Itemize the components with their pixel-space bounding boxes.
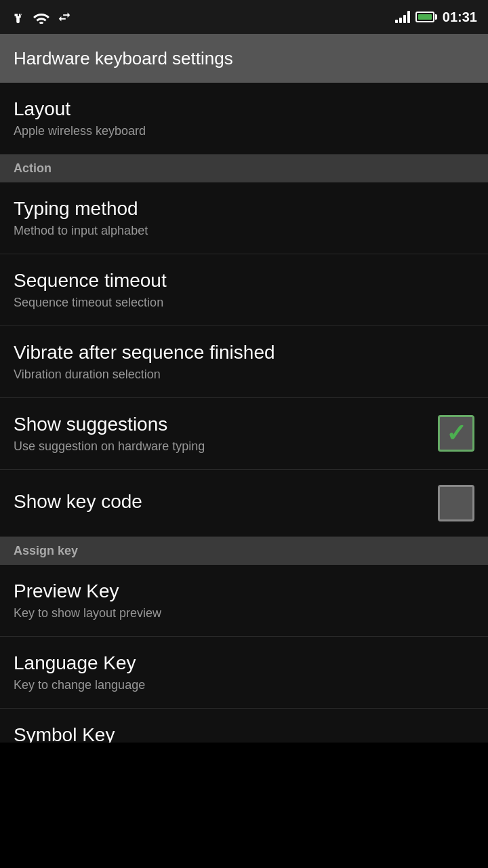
language-key-subtitle: Key to change language <box>14 677 474 693</box>
assign-key-section-label: Assign key <box>14 544 78 557</box>
show-suggestions-subtitle: Use suggestion on hardware typing <box>14 439 427 454</box>
typing-method-text: Typing method Method to input alphabet <box>14 197 474 239</box>
layout-item-title: Layout <box>14 98 474 121</box>
action-section-divider: Action <box>0 155 488 182</box>
typing-method-title: Typing method <box>14 197 474 220</box>
vibrate-item[interactable]: Vibrate after sequence finished Vibratio… <box>0 326 488 398</box>
vibrate-text: Vibrate after sequence finished Vibratio… <box>14 341 474 382</box>
data-transfer-icon <box>57 9 72 24</box>
battery-icon <box>415 12 437 22</box>
vibrate-title: Vibrate after sequence finished <box>14 341 474 364</box>
typing-method-item[interactable]: Typing method Method to input alphabet <box>0 182 488 254</box>
preview-key-item[interactable]: Preview Key Key to show layout preview <box>0 565 488 637</box>
language-key-title: Language Key <box>14 652 474 675</box>
symbol-key-item[interactable]: Symbol Key <box>0 709 488 743</box>
app-bar-title: Hardware keyboard settings <box>14 48 233 69</box>
preview-key-title: Preview Key <box>14 580 474 603</box>
status-icons-left <box>11 9 72 24</box>
typing-method-subtitle: Method to input alphabet <box>14 223 474 239</box>
vibrate-subtitle: Vibration duration selection <box>14 367 474 382</box>
show-key-code-text: Show key code <box>14 490 427 516</box>
layout-item[interactable]: Layout Apple wireless keyboard <box>0 83 488 155</box>
show-suggestions-text: Show suggestions Use suggestion on hardw… <box>14 413 427 454</box>
status-time: 01:31 <box>443 9 477 25</box>
preview-key-subtitle: Key to show layout preview <box>14 606 474 621</box>
wifi-icon <box>33 10 50 24</box>
language-key-text: Language Key Key to change language <box>14 652 474 693</box>
status-icons-right: 01:31 <box>395 9 477 25</box>
show-key-code-checkbox[interactable] <box>438 485 474 521</box>
show-suggestions-checkbox[interactable]: ✓ <box>438 415 474 452</box>
checkmark-icon: ✓ <box>446 421 466 446</box>
action-section-label: Action <box>14 161 52 175</box>
layout-item-subtitle: Apple wireless keyboard <box>14 123 474 139</box>
app-bar: Hardware keyboard settings <box>0 34 488 83</box>
assign-key-section-divider: Assign key <box>0 537 488 565</box>
language-key-item[interactable]: Language Key Key to change language <box>0 637 488 709</box>
sequence-timeout-title: Sequence timeout <box>14 269 474 292</box>
sequence-timeout-item[interactable]: Sequence timeout Sequence timeout select… <box>0 254 488 326</box>
signal-icon <box>395 11 410 23</box>
sequence-timeout-text: Sequence timeout Sequence timeout select… <box>14 269 474 311</box>
sequence-timeout-subtitle: Sequence timeout selection <box>14 295 474 311</box>
symbol-key-title: Symbol Key <box>14 724 474 743</box>
show-key-code-title: Show key code <box>14 490 427 513</box>
status-bar: 01:31 <box>0 0 488 34</box>
show-suggestions-title: Show suggestions <box>14 413 427 436</box>
layout-item-text: Layout Apple wireless keyboard <box>14 98 474 139</box>
preview-key-text: Preview Key Key to show layout preview <box>14 580 474 621</box>
show-key-code-item[interactable]: Show key code <box>0 470 488 537</box>
usb-icon <box>11 9 26 24</box>
show-suggestions-item[interactable]: Show suggestions Use suggestion on hardw… <box>0 398 488 470</box>
